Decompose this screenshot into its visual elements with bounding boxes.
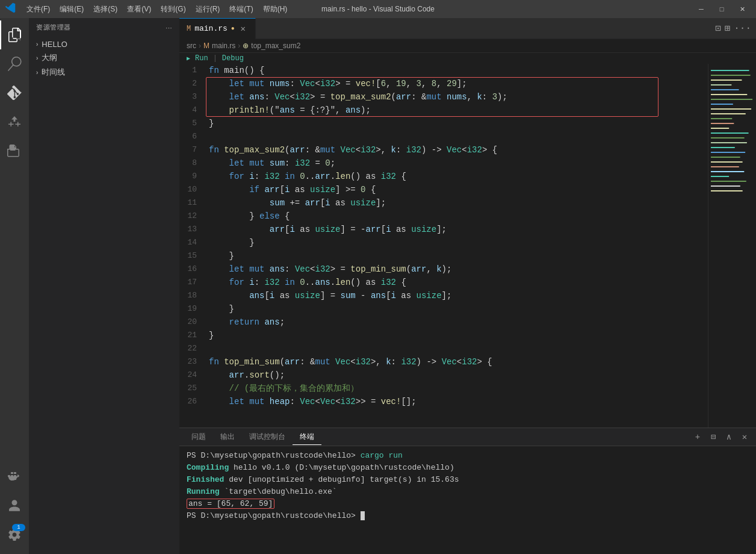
run-sep: |	[213, 54, 217, 63]
sidebar-item-outline[interactable]: › 大纲	[29, 51, 179, 65]
activity-docker-icon[interactable]	[0, 462, 29, 491]
breadcrumb: src › M main.rs › ⊕ top_max_sum2	[179, 39, 756, 53]
code-line: 5}	[179, 117, 708, 130]
activity-run-debug-icon[interactable]	[0, 107, 29, 136]
line-content: arr.sort();	[206, 369, 708, 382]
sidebar-item-label: 大纲	[42, 52, 57, 63]
terminal-tab-output[interactable]: 输出	[213, 429, 242, 445]
menu-bar: 文件(F) 编辑(E) 选择(S) 查看(V) 转到(G) 运行(R) 终端(T…	[23, 3, 291, 16]
line-number: 19	[179, 302, 206, 316]
line-number: 21	[179, 329, 206, 342]
activity-search-icon[interactable]	[0, 49, 29, 78]
more-actions-icon[interactable]: ···	[734, 23, 751, 34]
activity-settings-icon[interactable]	[0, 520, 29, 549]
tab-close-button[interactable]: ✕	[238, 24, 248, 34]
line-number: 3	[179, 90, 206, 104]
main-layout: 资源管理器 ··· › HELLO › 大纲 › 时间线 M main.rs	[0, 18, 756, 554]
menu-help[interactable]: 帮助(H)	[259, 3, 291, 16]
maximize-terminal-button[interactable]: ∧	[722, 431, 736, 444]
run-link[interactable]: Run	[195, 54, 208, 63]
code-line: 14 }	[179, 236, 708, 249]
sidebar-item-hello[interactable]: › HELLO	[29, 38, 179, 51]
line-number: 2	[179, 77, 206, 90]
line-number: 20	[179, 316, 206, 329]
breadcrumb-src[interactable]: src	[187, 42, 196, 50]
editor-area: M main.rs ● ✕ ⊡ ⊞ ··· src › M main.rs › …	[179, 18, 756, 554]
terminal-tab-debug-console[interactable]: 调试控制台	[242, 429, 293, 445]
line-number: 16	[179, 263, 206, 276]
maximize-button[interactable]: □	[713, 3, 731, 15]
menu-terminal[interactable]: 终端(T)	[226, 3, 256, 16]
window-title: main.rs - hello - Visual Studio Code	[321, 5, 435, 13]
close-button[interactable]: ✕	[733, 3, 751, 15]
new-terminal-button[interactable]: +	[691, 431, 704, 444]
line-content	[206, 342, 708, 355]
terminal-line: Compiling hello v0.1.0 (D:\mysetup\gopat…	[187, 462, 749, 474]
split-editor-icon[interactable]: ⊞	[725, 22, 731, 34]
terminal-line: Finished dev [unoptimized + debuginfo] t…	[187, 474, 749, 486]
editor-main: 1fn main() {2 let mut nums: Vec<i32> = v…	[179, 64, 756, 428]
menu-goto[interactable]: 转到(G)	[157, 3, 189, 16]
code-line: 16 let mut ans: Vec<i32> = top_min_sum(a…	[179, 263, 708, 276]
tab-main-rs[interactable]: M main.rs ● ✕	[179, 18, 256, 39]
code-line: 11 sum += arr[i as usize];	[179, 196, 708, 210]
terminal-command: cargo run	[361, 451, 403, 460]
line-number: 12	[179, 210, 206, 223]
sidebar-more-icon[interactable]: ···	[166, 24, 172, 31]
terminal-tab-terminal[interactable]: 终端	[293, 429, 321, 445]
line-content: let ans: Vec<i32> = top_max_sum2(arr: &m…	[206, 90, 708, 104]
terminal-result: ans = [65, 62, 59]	[187, 499, 274, 509]
editor-layout-icon[interactable]: ⊡	[715, 22, 721, 34]
line-content: let mut sum: i32 = 0;	[206, 157, 708, 170]
line-number: 10	[179, 183, 206, 196]
line-content: arr[i as usize] = -arr[i as usize];	[206, 223, 708, 236]
activity-account-icon[interactable]	[0, 491, 29, 520]
code-line: 18 ans[i as usize] = sum - ans[i as usiz…	[179, 289, 708, 302]
menu-file[interactable]: 文件(F)	[23, 3, 54, 16]
close-terminal-button[interactable]: ✕	[738, 431, 751, 444]
terminal-tab-problems[interactable]: 问题	[184, 429, 213, 445]
line-content: sum += arr[i as usize];	[206, 196, 708, 210]
menu-view[interactable]: 查看(V)	[123, 3, 155, 16]
terminal-prompt-line: PS D:\mysetup\gopath\rustcode\hello>	[187, 510, 749, 522]
menu-run[interactable]: 运行(R)	[192, 3, 224, 16]
code-editor[interactable]: 1fn main() {2 let mut nums: Vec<i32> = v…	[179, 64, 708, 428]
line-number: 9	[179, 170, 206, 183]
activity-explorer-icon[interactable]	[0, 20, 29, 49]
line-content: let mut nums: Vec<i32> = vec![6, 19, 3, …	[206, 77, 708, 90]
line-number: 13	[179, 223, 206, 236]
menu-edit[interactable]: 编辑(E)	[56, 3, 87, 16]
file-icon: M	[187, 25, 191, 33]
menu-select[interactable]: 选择(S)	[90, 3, 121, 16]
activity-extensions-icon[interactable]	[0, 136, 29, 165]
window-controls: ─ □ ✕	[692, 3, 751, 15]
tab-label: main.rs	[194, 24, 228, 33]
line-number: 15	[179, 249, 206, 263]
arrow-icon: ›	[36, 41, 38, 48]
code-line: 12 } else {	[179, 210, 708, 223]
terminal-content[interactable]: PS D:\mysetup\gopath\rustcode\hello> car…	[179, 446, 756, 554]
terminal-prompt: PS D:\mysetup\gopath\rustcode\hello>	[187, 511, 361, 520]
line-content: if arr[i as usize] >= 0 {	[206, 183, 708, 196]
line-content: }	[206, 302, 708, 316]
code-line: 25 // (最右的下标，集合的累加和）	[179, 382, 708, 395]
minimize-button[interactable]: ─	[692, 3, 710, 15]
sidebar-title: 资源管理器	[36, 23, 71, 32]
arrow-icon: ›	[36, 69, 38, 76]
modified-dot-icon: ●	[231, 25, 235, 32]
breadcrumb-fn-icon: ⊕	[243, 42, 249, 50]
breadcrumb-file[interactable]: main.rs	[212, 42, 235, 50]
line-content: fn main() {	[206, 64, 708, 77]
terminal-line: PS D:\mysetup\gopath\rustcode\hello> car…	[187, 450, 749, 462]
sidebar-item-timeline[interactable]: › 时间线	[29, 65, 179, 79]
finished-label: Finished	[187, 475, 224, 484]
minimap	[708, 64, 756, 428]
line-content	[206, 130, 708, 143]
debug-link[interactable]: Debug	[222, 54, 244, 63]
code-line: 21}	[179, 329, 708, 342]
activity-git-icon[interactable]	[0, 78, 29, 107]
breadcrumb-fn[interactable]: top_max_sum2	[251, 42, 300, 50]
line-content: fn top_min_sum(arr: &mut Vec<i32>, k: i3…	[206, 355, 708, 369]
split-terminal-button[interactable]: ⊟	[707, 431, 720, 444]
code-line: 15 }	[179, 249, 708, 263]
